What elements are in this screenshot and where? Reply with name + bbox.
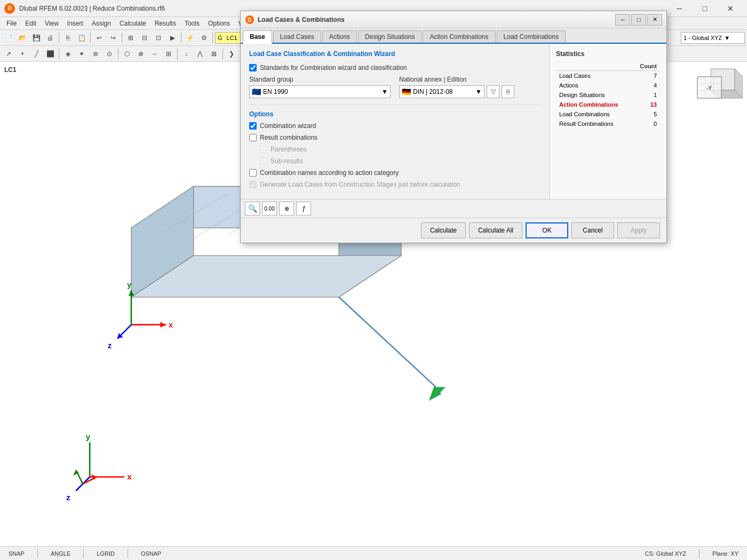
dialog-tabs: Base Load Cases Actions Design Situation… <box>241 28 666 44</box>
generate-lc-row[interactable]: Generate Load Cases from Construction St… <box>249 181 541 188</box>
stats-label-actions: Actions <box>556 81 633 90</box>
support-btn[interactable]: ⋀ <box>194 47 206 60</box>
tb2-btn-5[interactable]: ⬡ <box>121 47 133 60</box>
search-btn[interactable]: 🔍 <box>245 202 260 215</box>
minimize-button[interactable]: ─ <box>667 0 692 17</box>
dialog-titlebar: D Load Cases & Combinations ─ □ ✕ <box>241 11 666 28</box>
standard-group-dropdown[interactable]: 🇪🇺 EN 1990 ▼ <box>249 85 391 98</box>
stats-row-ac: Action Combinations 13 <box>556 100 660 109</box>
tb2-btn-7[interactable]: ↔ <box>148 47 161 60</box>
svg-text:-Y: -Y <box>706 85 712 91</box>
separator <box>59 49 59 59</box>
coord-down-icon[interactable]: ▼ <box>724 35 730 41</box>
menu-edit[interactable]: Edit <box>21 19 41 28</box>
tb2-btn-9[interactable]: ❯ <box>225 47 238 60</box>
combination-wizard-row[interactable]: Combination wizard <box>249 122 541 130</box>
apply-button[interactable]: Apply <box>617 222 660 238</box>
dialog-close-btn[interactable]: ✕ <box>647 14 662 26</box>
tb2-btn-1[interactable]: ◈ <box>61 47 74 60</box>
filter-annex-btn[interactable]: ▽ <box>487 85 499 98</box>
new-button[interactable]: 📄 <box>2 31 15 44</box>
de-flag: 🇩🇪 <box>402 87 411 96</box>
result-combinations-checkbox[interactable] <box>249 134 257 141</box>
statistics-panel: Statistics Count Load Cases 7 Actions <box>549 44 666 199</box>
select-btn[interactable]: ↗ <box>2 47 15 60</box>
cs-status: CS: Global XYZ <box>640 550 690 557</box>
number-btn[interactable]: 0.00 <box>262 202 277 215</box>
generate-lc-label: Generate Load Cases from Construction St… <box>260 181 460 188</box>
calculate-all-button[interactable]: Calculate All <box>469 222 522 238</box>
parentheses-row[interactable]: Parentheses <box>260 146 541 153</box>
open-button[interactable]: 📂 <box>16 31 29 44</box>
sub-results-label: Sub-results <box>271 157 303 165</box>
combination-wizard-checkbox[interactable] <box>249 122 257 130</box>
standards-checkbox-row[interactable]: Standards for Combination wizard and cla… <box>249 64 541 71</box>
dialog: D Load Cases & Combinations ─ □ ✕ Base L… <box>240 11 667 243</box>
menu-assign[interactable]: Assign <box>88 19 115 28</box>
tb-btn-5[interactable]: ⚡ <box>184 31 196 44</box>
tb2-btn-2[interactable]: ✦ <box>75 47 88 60</box>
tb2-btn-8[interactable]: ⊞ <box>162 47 175 60</box>
cancel-button[interactable]: Cancel <box>571 222 614 238</box>
formula-btn[interactable]: ƒ <box>296 202 311 215</box>
comb-names-label: Combination names according to action ca… <box>260 169 399 177</box>
stats-count-ac: 13 <box>633 100 660 109</box>
result-btn[interactable]: ⊠ <box>208 47 220 60</box>
sub-results-row[interactable]: Sub-results <box>260 157 541 165</box>
comb-names-checkbox[interactable] <box>249 169 257 177</box>
tab-base[interactable]: Base <box>243 30 272 44</box>
menu-insert[interactable]: Insert <box>63 19 88 28</box>
stats-row-lc2: Load Combinations 5 <box>556 109 660 119</box>
app-icon: D <box>4 3 15 14</box>
tb2-btn-6[interactable]: ⊕ <box>134 47 147 60</box>
tb2-btn-4[interactable]: ⊙ <box>103 47 116 60</box>
menu-file[interactable]: File <box>2 19 21 28</box>
parentheses-checkbox[interactable] <box>260 146 267 153</box>
generate-lc-checkbox[interactable] <box>249 181 257 188</box>
coord-system-dropdown[interactable]: 1 - Global XYZ ▼ <box>681 32 745 44</box>
close-button[interactable]: ✕ <box>718 0 743 17</box>
result-combinations-row[interactable]: Result combinations <box>249 134 541 141</box>
line-btn[interactable]: ╱ <box>30 47 43 60</box>
redo-button[interactable]: ↪ <box>107 31 120 44</box>
tb-btn-4[interactable]: ▶ <box>166 31 179 44</box>
menu-results[interactable]: Results <box>150 19 180 28</box>
menu-view[interactable]: View <box>41 19 63 28</box>
copy-button[interactable]: ⎘ <box>61 31 74 44</box>
save-button[interactable]: 💾 <box>30 31 43 44</box>
separator <box>59 33 59 43</box>
paste-button[interactable]: 📋 <box>75 31 88 44</box>
node-btn[interactable]: • <box>16 47 29 60</box>
undo-button[interactable]: ↩ <box>93 31 106 44</box>
maximize-button[interactable]: □ <box>693 0 717 17</box>
tb-btn-6[interactable]: ⚙ <box>197 31 210 44</box>
dialog-minimize-btn[interactable]: ─ <box>615 14 630 26</box>
load-btn[interactable]: ↓ <box>180 47 193 60</box>
menu-tools[interactable]: Tools <box>180 19 204 28</box>
stats-row-rc: Result Combinations 0 <box>556 119 660 129</box>
surface-btn[interactable]: ⬛ <box>44 47 57 60</box>
menu-options[interactable]: Options <box>204 19 234 28</box>
print-button[interactable]: 🖨 <box>44 31 57 44</box>
dialog-maximize-btn[interactable]: □ <box>631 14 646 26</box>
national-annex-dropdown[interactable]: 🇩🇪 DIN | 2012-08 ▼ <box>399 85 484 98</box>
tb-btn-1[interactable]: ⊞ <box>124 31 137 44</box>
ok-button[interactable]: OK <box>526 222 568 238</box>
sub-results-checkbox[interactable] <box>260 157 267 165</box>
tb-btn-2[interactable]: ⊟ <box>138 31 151 44</box>
menu-calculate[interactable]: Calculate <box>115 19 150 28</box>
tab-design-situations[interactable]: Design Situations <box>358 30 422 43</box>
standards-checkbox[interactable] <box>249 64 257 71</box>
tb2-btn-3[interactable]: ⊛ <box>89 47 102 60</box>
tab-actions[interactable]: Actions <box>322 30 357 43</box>
separator <box>177 49 178 59</box>
comb-names-row[interactable]: Combination names according to action ca… <box>249 169 541 177</box>
tab-load-combinations[interactable]: Load Combinations <box>497 30 566 43</box>
copy-annex-btn[interactable]: ⎘ <box>502 85 514 98</box>
tb-btn-3[interactable]: ⊡ <box>152 31 165 44</box>
tab-load-cases[interactable]: Load Cases <box>273 30 321 43</box>
tab-action-combinations[interactable]: Action Combinations <box>423 30 495 43</box>
calculate-button[interactable]: Calculate <box>421 222 466 238</box>
snap-measure-btn[interactable]: ⊕ <box>279 202 294 215</box>
national-annex-label: National annex | Edition <box>399 76 541 83</box>
